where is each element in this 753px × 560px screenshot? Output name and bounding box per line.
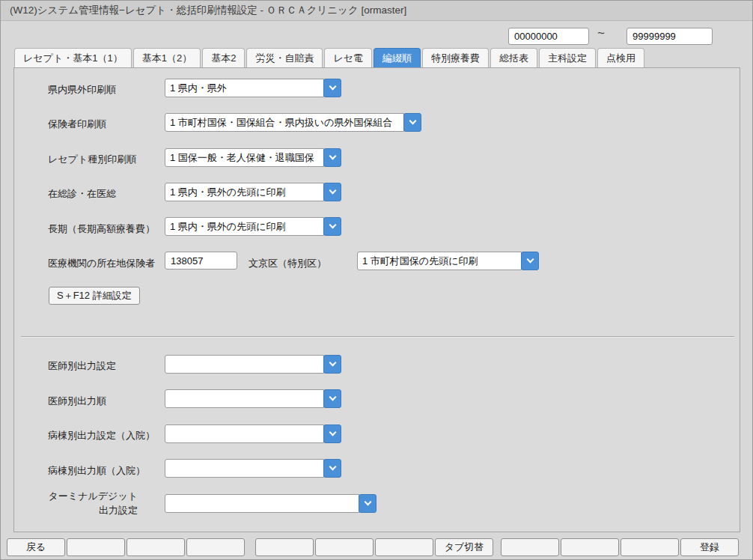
hokensha-order-label: 保険者印刷順 — [48, 118, 106, 131]
kennai-order-dropdown-button[interactable] — [323, 79, 341, 97]
ward-output-setting-label: 病棟別出力設定（入院） — [48, 429, 155, 442]
ward-output-setting-dropdown-button[interactable] — [323, 424, 341, 443]
tab-tenkenyou[interactable]: 点検用 — [597, 48, 644, 67]
hokensha-order-dropdown-button[interactable] — [403, 113, 421, 132]
doctor-output-setting-dropdown-button[interactable] — [323, 355, 341, 374]
tab-switch-button[interactable]: タブ切替 — [435, 538, 493, 556]
register-button[interactable]: 登録 — [680, 538, 739, 556]
chevron-down-icon — [329, 187, 336, 195]
range-from-input[interactable] — [508, 28, 589, 45]
ward-output-order-value — [165, 459, 324, 478]
recept-type-order-label: レセプト種別印刷順 — [48, 153, 136, 166]
footer-button-empty-8[interactable] — [561, 538, 619, 556]
chouki-dropdown-button[interactable] — [323, 217, 341, 236]
location-insurer-value: 1 市町村国保の先頭に印刷 — [357, 252, 522, 270]
doctor-output-setting-value — [165, 355, 324, 374]
hokensha-order-value: 1 市町村国保・国保組合・県内扱いの県外国保組合 — [165, 113, 404, 132]
zaisoshin-value: 1 県内・県外の先頭に印刷 — [165, 183, 324, 201]
tab-hentetsujun-selected[interactable]: 編綴順 — [374, 48, 421, 67]
chevron-down-icon — [329, 463, 336, 471]
chevron-down-icon — [409, 118, 416, 125]
section-separator — [21, 336, 734, 338]
footer-button-empty-3[interactable] — [186, 538, 245, 556]
window-titlebar: (W12)システム管理情報−レセプト・総括印刷情報設定 - ＯＲＣＡクリニック … — [1, 1, 753, 21]
terminal-digit-label-line2: 出力設定 — [48, 503, 138, 517]
terminal-digit-dropdown-button[interactable] — [359, 494, 376, 513]
tab-tokubetsu-ryouyouhi[interactable]: 特別療養費 — [422, 48, 489, 67]
footer-button-empty-7[interactable] — [501, 538, 559, 556]
footer-group-2: タブ切替 — [255, 538, 493, 556]
settings-panel: 県内県外印刷順 1 県内・県外 保険者印刷順 1 市町村国保・国保組合・県内扱い… — [13, 67, 740, 532]
footer-button-empty-4[interactable] — [255, 538, 314, 556]
doctor-output-setting-label: 医師別出力設定 — [48, 359, 116, 373]
tab-kihon2[interactable]: 基本2 — [202, 48, 245, 67]
footer-button-bar: 戻る タブ切替 登録 — [1, 538, 753, 558]
kennai-order-label: 県内県外印刷順 — [48, 83, 116, 97]
footer-button-empty-2[interactable] — [126, 538, 185, 556]
doctor-output-order-value — [165, 389, 324, 408]
location-insurer-dropdown-button[interactable] — [521, 252, 539, 270]
footer-button-empty-1[interactable] — [67, 538, 125, 556]
location-insurer-dropdown[interactable]: 1 市町村国保の先頭に印刷 — [357, 252, 539, 270]
ward-output-setting-dropdown[interactable] — [165, 424, 341, 443]
zaisoshin-dropdown[interactable]: 1 県内・県外の先頭に印刷 — [165, 183, 341, 201]
window-title: (W12)システム管理情報−レセプト・総括印刷情報設定 - ＯＲＣＡクリニック … — [10, 4, 406, 17]
chouki-value: 1 県内・県外の先頭に印刷 — [165, 217, 324, 236]
tab-rousai-jibaiseki[interactable]: 労災・自賠責 — [246, 48, 323, 67]
chouki-dropdown[interactable]: 1 県内・県外の先頭に印刷 — [165, 217, 341, 236]
recept-type-order-value: 1 国保一般・老人保健・退職国保 — [165, 148, 324, 167]
chouki-label: 長期（長期高額療養費） — [48, 222, 155, 236]
tab-soukatsuhyou[interactable]: 総括表 — [490, 48, 537, 67]
zaisoshin-label: 在総診・在医総 — [48, 187, 116, 201]
back-button[interactable]: 戻る — [7, 538, 65, 556]
chevron-down-icon — [329, 222, 336, 229]
doctor-output-setting-dropdown[interactable] — [165, 355, 341, 374]
chevron-down-icon — [329, 394, 336, 401]
ward-output-order-dropdown-button[interactable] — [323, 459, 341, 478]
terminal-digit-dropdown[interactable] — [165, 494, 376, 513]
footer-group-3: 登録 — [501, 538, 739, 556]
terminal-digit-label-line1: ターミナルデジット — [48, 489, 138, 503]
terminal-digit-value — [165, 494, 359, 513]
tab-kihon1-2[interactable]: 基本1（2） — [133, 48, 201, 67]
recept-type-order-dropdown-button[interactable] — [323, 148, 341, 167]
tab-recept-kihon1-1[interactable]: レセプト・基本1（1） — [14, 48, 132, 67]
footer-button-empty-6[interactable] — [375, 538, 433, 556]
kennai-order-value: 1 県内・県外 — [165, 79, 324, 97]
doctor-output-order-label: 医師別出力順 — [48, 395, 106, 408]
chevron-down-icon — [364, 499, 371, 506]
doctor-output-order-dropdown-button[interactable] — [323, 389, 341, 408]
tab-receden[interactable]: レセ電 — [324, 48, 372, 67]
ward-output-setting-value — [165, 424, 324, 443]
orca-system-settings-window: { "colors": { "accent_blue": "#4a90d9", … — [0, 0, 753, 560]
terminal-digit-label: ターミナルデジット 出力設定 — [48, 489, 138, 517]
footer-button-empty-5[interactable] — [315, 538, 374, 556]
location-insurer-code-input[interactable] — [165, 252, 237, 270]
chevron-down-icon — [329, 359, 336, 367]
kennai-order-dropdown[interactable]: 1 県内・県外 — [165, 79, 341, 97]
location-insurer-label: 医療機関の所在地保険者 — [48, 257, 155, 270]
chevron-down-icon — [329, 429, 336, 436]
location-place-label: 文京区（特別区） — [249, 257, 326, 270]
zaisoshin-dropdown-button[interactable] — [323, 183, 341, 201]
tab-shuka-settei[interactable]: 主科設定 — [539, 48, 596, 67]
doctor-output-order-dropdown[interactable] — [165, 389, 341, 408]
recept-type-order-dropdown[interactable]: 1 国保一般・老人保健・退職国保 — [165, 148, 341, 167]
tab-strip: レセプト・基本1（1） 基本1（2） 基本2 労災・自賠責 レセ電 編綴順 特別… — [14, 48, 644, 67]
ward-output-order-dropdown[interactable] — [165, 459, 341, 478]
detail-settings-button[interactable]: S＋F12 詳細設定 — [49, 287, 140, 305]
hokensha-order-dropdown[interactable]: 1 市町村国保・国保組合・県内扱いの県外国保組合 — [165, 113, 421, 132]
ward-output-order-label: 病棟別出力順（入院） — [48, 464, 145, 478]
footer-group-1: 戻る — [7, 538, 245, 556]
range-to-input[interactable] — [627, 28, 713, 45]
chevron-down-icon — [329, 153, 336, 160]
range-tilde-label: ~ — [597, 26, 605, 41]
footer-button-empty-9[interactable] — [621, 538, 679, 556]
chevron-down-icon — [329, 83, 336, 91]
chevron-down-icon — [526, 256, 534, 264]
